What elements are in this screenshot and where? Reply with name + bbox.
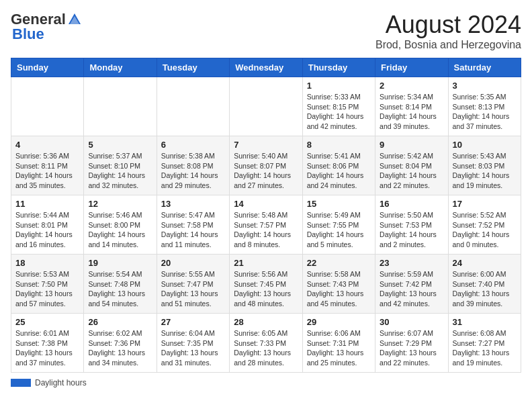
calendar-day-cell: 31Sunrise: 6:08 AM Sunset: 7:27 PM Dayli… — [448, 314, 521, 373]
day-number: 22 — [307, 258, 371, 268]
day-number: 17 — [453, 199, 517, 209]
day-info: Sunrise: 5:43 AM Sunset: 8:03 PM Dayligh… — [453, 151, 517, 191]
day-info: Sunrise: 5:44 AM Sunset: 8:01 PM Dayligh… — [15, 210, 79, 250]
calendar-week-row: 11Sunrise: 5:44 AM Sunset: 8:01 PM Dayli… — [11, 195, 521, 255]
calendar-day-cell: 19Sunrise: 5:54 AM Sunset: 7:48 PM Dayli… — [84, 255, 157, 314]
logo: General Blue — [11, 11, 82, 43]
calendar-day-cell: 20Sunrise: 5:55 AM Sunset: 7:47 PM Dayli… — [157, 255, 229, 314]
calendar-day-cell: 15Sunrise: 5:49 AM Sunset: 7:55 PM Dayli… — [302, 195, 375, 255]
calendar-day-cell: 22Sunrise: 5:58 AM Sunset: 7:43 PM Dayli… — [302, 255, 375, 314]
day-info: Sunrise: 5:50 AM Sunset: 7:53 PM Dayligh… — [380, 210, 443, 250]
calendar-day-cell: 29Sunrise: 6:06 AM Sunset: 7:31 PM Dayli… — [302, 314, 375, 373]
day-info: Sunrise: 5:58 AM Sunset: 7:43 PM Dayligh… — [307, 269, 371, 309]
day-number: 18 — [15, 258, 79, 268]
day-of-week-header: Monday — [84, 58, 157, 77]
calendar-week-row: 18Sunrise: 5:53 AM Sunset: 7:50 PM Dayli… — [11, 255, 521, 314]
calendar-day-cell — [230, 77, 302, 136]
day-info: Sunrise: 6:00 AM Sunset: 7:40 PM Dayligh… — [453, 269, 517, 309]
day-info: Sunrise: 6:07 AM Sunset: 7:29 PM Dayligh… — [380, 328, 443, 368]
calendar-day-cell: 27Sunrise: 6:04 AM Sunset: 7:35 PM Dayli… — [157, 314, 229, 373]
calendar-day-cell: 18Sunrise: 5:53 AM Sunset: 7:50 PM Dayli… — [11, 255, 84, 314]
day-info: Sunrise: 5:33 AM Sunset: 8:15 PM Dayligh… — [307, 92, 371, 132]
calendar-day-cell: 24Sunrise: 6:00 AM Sunset: 7:40 PM Dayli… — [448, 255, 521, 314]
day-info: Sunrise: 5:46 AM Sunset: 8:00 PM Dayligh… — [88, 210, 152, 250]
day-info: Sunrise: 5:48 AM Sunset: 7:57 PM Dayligh… — [234, 210, 298, 250]
day-number: 25 — [15, 317, 79, 327]
calendar-day-cell: 4Sunrise: 5:36 AM Sunset: 8:11 PM Daylig… — [11, 136, 84, 195]
calendar-day-cell: 21Sunrise: 5:56 AM Sunset: 7:45 PM Dayli… — [230, 255, 302, 314]
day-number: 15 — [307, 199, 371, 209]
day-number: 4 — [15, 140, 79, 150]
calendar-day-cell: 3Sunrise: 5:35 AM Sunset: 8:13 PM Daylig… — [448, 77, 521, 136]
day-number: 2 — [380, 81, 443, 91]
calendar-day-cell: 14Sunrise: 5:48 AM Sunset: 7:57 PM Dayli… — [230, 195, 302, 255]
calendar-day-cell: 10Sunrise: 5:43 AM Sunset: 8:03 PM Dayli… — [448, 136, 521, 195]
day-number: 1 — [307, 81, 371, 91]
logo-blue-text: Blue — [11, 26, 44, 43]
day-number: 11 — [15, 199, 79, 209]
day-number: 27 — [161, 317, 225, 327]
header: General Blue August 2024 Brod, Bosnia an… — [11, 11, 521, 51]
day-number: 9 — [380, 140, 443, 150]
calendar-day-cell — [157, 77, 229, 136]
calendar-day-cell: 26Sunrise: 6:02 AM Sunset: 7:36 PM Dayli… — [84, 314, 157, 373]
month-title: August 2024 — [375, 11, 521, 39]
calendar-day-cell — [11, 77, 84, 136]
calendar-day-cell: 1Sunrise: 5:33 AM Sunset: 8:15 PM Daylig… — [302, 77, 375, 136]
day-number: 20 — [161, 258, 225, 268]
day-number: 10 — [453, 140, 517, 150]
day-info: Sunrise: 5:55 AM Sunset: 7:47 PM Dayligh… — [161, 269, 225, 309]
day-info: Sunrise: 5:38 AM Sunset: 8:08 PM Dayligh… — [161, 151, 225, 191]
day-number: 3 — [453, 81, 517, 91]
day-number: 28 — [234, 317, 298, 327]
day-info: Sunrise: 5:52 AM Sunset: 7:52 PM Dayligh… — [453, 210, 517, 250]
calendar-day-cell: 17Sunrise: 5:52 AM Sunset: 7:52 PM Dayli… — [448, 195, 521, 255]
day-number: 26 — [88, 317, 152, 327]
calendar-day-cell: 6Sunrise: 5:38 AM Sunset: 8:08 PM Daylig… — [157, 136, 229, 195]
day-info: Sunrise: 5:36 AM Sunset: 8:11 PM Dayligh… — [15, 151, 79, 191]
day-info: Sunrise: 5:37 AM Sunset: 8:10 PM Dayligh… — [88, 151, 152, 191]
calendar-week-row: 4Sunrise: 5:36 AM Sunset: 8:11 PM Daylig… — [11, 136, 521, 195]
calendar-week-row: 1Sunrise: 5:33 AM Sunset: 8:15 PM Daylig… — [11, 77, 521, 136]
day-info: Sunrise: 6:08 AM Sunset: 7:27 PM Dayligh… — [453, 328, 517, 368]
calendar-day-cell: 7Sunrise: 5:40 AM Sunset: 8:07 PM Daylig… — [230, 136, 302, 195]
day-info: Sunrise: 6:02 AM Sunset: 7:36 PM Dayligh… — [88, 328, 152, 368]
day-info: Sunrise: 6:04 AM Sunset: 7:35 PM Dayligh… — [161, 328, 225, 368]
day-of-week-header: Tuesday — [157, 58, 229, 77]
day-number: 7 — [234, 140, 298, 150]
calendar-day-cell: 25Sunrise: 6:01 AM Sunset: 7:38 PM Dayli… — [11, 314, 84, 373]
day-number: 5 — [88, 140, 152, 150]
day-info: Sunrise: 5:42 AM Sunset: 8:04 PM Dayligh… — [380, 151, 443, 191]
day-info: Sunrise: 5:49 AM Sunset: 7:55 PM Dayligh… — [307, 210, 371, 250]
day-number: 6 — [161, 140, 225, 150]
day-of-week-header: Sunday — [11, 58, 84, 77]
day-of-week-header: Saturday — [448, 58, 521, 77]
day-number: 21 — [234, 258, 298, 268]
day-info: Sunrise: 6:01 AM Sunset: 7:38 PM Dayligh… — [15, 328, 79, 368]
day-of-week-header: Thursday — [302, 58, 375, 77]
day-number: 29 — [307, 317, 371, 327]
calendar-day-cell: 11Sunrise: 5:44 AM Sunset: 8:01 PM Dayli… — [11, 195, 84, 255]
calendar-header-row: SundayMondayTuesdayWednesdayThursdayFrid… — [11, 58, 521, 77]
calendar-day-cell: 9Sunrise: 5:42 AM Sunset: 8:04 PM Daylig… — [375, 136, 448, 195]
calendar-day-cell: 16Sunrise: 5:50 AM Sunset: 7:53 PM Dayli… — [375, 195, 448, 255]
calendar-day-cell — [84, 77, 157, 136]
daylight-bar-icon — [11, 379, 31, 387]
calendar-table: SundayMondayTuesdayWednesdayThursdayFrid… — [11, 58, 521, 373]
day-info: Sunrise: 6:06 AM Sunset: 7:31 PM Dayligh… — [307, 328, 371, 368]
title-area: August 2024 Brod, Bosnia and Herzegovina — [375, 11, 521, 51]
day-of-week-header: Friday — [375, 58, 448, 77]
day-of-week-header: Wednesday — [230, 58, 302, 77]
day-info: Sunrise: 5:41 AM Sunset: 8:06 PM Dayligh… — [307, 151, 371, 191]
footer-note: Daylight hours — [11, 378, 521, 387]
calendar-day-cell: 2Sunrise: 5:34 AM Sunset: 8:14 PM Daylig… — [375, 77, 448, 136]
day-info: Sunrise: 5:53 AM Sunset: 7:50 PM Dayligh… — [15, 269, 79, 309]
day-info: Sunrise: 5:54 AM Sunset: 7:48 PM Dayligh… — [88, 269, 152, 309]
calendar-week-row: 25Sunrise: 6:01 AM Sunset: 7:38 PM Dayli… — [11, 314, 521, 373]
calendar-day-cell: 12Sunrise: 5:46 AM Sunset: 8:00 PM Dayli… — [84, 195, 157, 255]
day-number: 14 — [234, 199, 298, 209]
logo-icon — [67, 12, 82, 27]
calendar-day-cell: 30Sunrise: 6:07 AM Sunset: 7:29 PM Dayli… — [375, 314, 448, 373]
day-number: 24 — [453, 258, 517, 268]
calendar-day-cell: 13Sunrise: 5:47 AM Sunset: 7:58 PM Dayli… — [157, 195, 229, 255]
